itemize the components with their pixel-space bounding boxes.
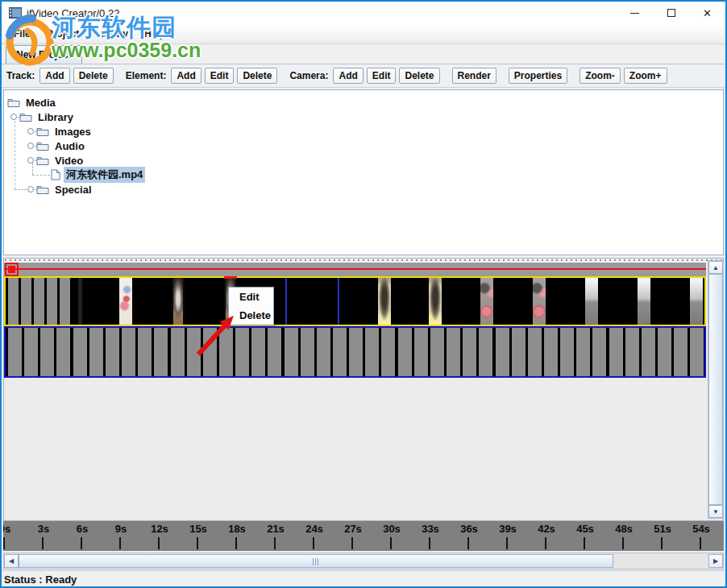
- media-tree-panel: MediaLibraryImagesAudioVideo河东软件园.mp4Spe…: [3, 89, 724, 255]
- maximize-button[interactable]: [653, 2, 689, 24]
- ruler-tick-mark: [545, 537, 546, 549]
- scroll-right-button[interactable]: ▶: [708, 554, 723, 568]
- properties-button[interactable]: Properties: [509, 68, 567, 84]
- timeline-vertical-scrollbar[interactable]: ▲ ▼: [708, 260, 724, 519]
- audio-frame-bar: [625, 328, 639, 376]
- audio-frame-bar: [138, 328, 152, 376]
- tree-expand-handle-icon[interactable]: [27, 143, 34, 149]
- camera-delete-button[interactable]: Delete: [399, 68, 439, 84]
- horizontal-scrollbar-thumb[interactable]: [19, 554, 613, 568]
- element-add-button[interactable]: Add: [171, 68, 201, 84]
- timeline-panel[interactable]: ▲ ▼: [3, 258, 724, 521]
- track-add-button[interactable]: Add: [39, 68, 69, 84]
- video-frame-thumbnail[interactable]: [378, 278, 391, 325]
- menu-item-help[interactable]: Help: [139, 26, 171, 42]
- video-frame-bar: [21, 278, 31, 325]
- minimize-button[interactable]: [617, 2, 653, 24]
- ruler-tick-mark: [506, 537, 508, 549]
- video-frame-thumbnail[interactable]: [533, 278, 546, 325]
- camera-edit-button[interactable]: Edit: [367, 68, 397, 84]
- video-frame-thumbnail[interactable]: [78, 278, 82, 325]
- toolbar-group-properties: Properties: [509, 68, 567, 84]
- audio-frame-bar: [171, 328, 185, 376]
- menu-item-library[interactable]: Library: [89, 26, 134, 42]
- tree-item-label: Video: [52, 154, 85, 168]
- ruler-time-label: 51s: [654, 523, 671, 535]
- scrollbar-grip-icon: [313, 558, 319, 565]
- timeline-horizontal-scrollbar[interactable]: ◀ ▶: [3, 553, 724, 569]
- ruler-time-label: 54s: [692, 523, 710, 535]
- tree-item-media[interactable]: Media: [4, 95, 58, 110]
- tree-item-images[interactable]: Images: [4, 124, 93, 139]
- video-track[interactable]: [4, 276, 706, 326]
- audio-frame-bar: [89, 328, 103, 376]
- video-frame-thumbnail[interactable]: [585, 278, 598, 325]
- ruler-tick-mark: [42, 537, 44, 549]
- status-bar: Status : Ready: [2, 570, 725, 586]
- render-button[interactable]: Render: [452, 68, 496, 84]
- audio-frame-bar: [251, 328, 265, 376]
- context-menu-item-edit[interactable]: Edit: [229, 288, 273, 306]
- video-frame-thumbnail[interactable]: [119, 278, 132, 325]
- folder-icon: [36, 155, 49, 165]
- playhead-marker[interactable]: [5, 263, 19, 276]
- tree-item-label: Images: [52, 125, 93, 139]
- video-frame-thumbnail[interactable]: [638, 278, 650, 325]
- app-film-icon: [9, 7, 22, 19]
- video-frame-thumbnail[interactable]: [480, 278, 493, 325]
- time-ruler: 0s3s6s9s12s15s18s21s24s27s30s33s36s39s42…: [3, 521, 724, 551]
- video-frame-thumbnail[interactable]: [172, 278, 185, 325]
- annotation-arrow: [190, 308, 242, 359]
- tab-new-project[interactable]: New Project: [6, 45, 82, 64]
- toolbar-group-camera: Camera:AddEditDelete: [289, 68, 439, 84]
- ruler-time-label: 42s: [538, 523, 555, 535]
- audio-frame-bar: [479, 328, 492, 376]
- tree-item-special[interactable]: Special: [4, 182, 94, 197]
- audio-track[interactable]: [4, 326, 706, 378]
- menu-item-project[interactable]: Project: [41, 26, 85, 42]
- tree-item-video-file[interactable]: 河东软件园.mp4: [4, 168, 145, 182]
- video-frame-thumbnail[interactable]: [285, 278, 287, 325]
- ruler-time-label: 9s: [115, 523, 127, 535]
- ruler-tick-mark: [661, 537, 663, 549]
- ruler-time-label: 12s: [151, 523, 168, 535]
- track-delete-button[interactable]: Delete: [73, 68, 114, 84]
- ruler-tick-mark: [274, 537, 276, 549]
- audio-frame-bar: [122, 328, 135, 376]
- scroll-up-button[interactable]: ▲: [708, 261, 723, 274]
- tree-expand-handle-icon[interactable]: [10, 114, 17, 120]
- scroll-left-button[interactable]: ◀: [4, 554, 19, 568]
- tree-expand-handle-icon[interactable]: [27, 157, 34, 164]
- audio-frame-bar: [8, 328, 22, 376]
- tree-expand-handle-icon[interactable]: [27, 128, 34, 135]
- zoom-out-button[interactable]: Zoom-: [580, 68, 621, 84]
- element-delete-button[interactable]: Delete: [237, 68, 277, 84]
- selected-frame-marker: [224, 276, 237, 279]
- ruler-tick-mark: [390, 537, 392, 549]
- audio-frame-bar: [496, 328, 509, 376]
- audio-frame-bar: [349, 328, 363, 376]
- timeline-header-strip[interactable]: [4, 263, 706, 276]
- menu-item-file[interactable]: File: [8, 26, 36, 42]
- element-edit-button[interactable]: Edit: [205, 68, 235, 84]
- tree-item-audio[interactable]: Audio: [4, 139, 87, 153]
- audio-frame-bar: [301, 328, 314, 376]
- zoom-in-button[interactable]: Zoom+: [624, 68, 667, 84]
- tree-expand-handle-icon[interactable]: [27, 186, 34, 193]
- toolbar-group-zoom: Zoom-Zoom+: [580, 68, 667, 84]
- scroll-down-button[interactable]: ▼: [708, 505, 723, 518]
- tree-item-library[interactable]: Library: [4, 110, 76, 124]
- toolbar-group-element: Element:AddEditDelete: [126, 68, 278, 84]
- video-frame-thumbnail[interactable]: [338, 278, 339, 325]
- video-frame-thumbnail[interactable]: [429, 278, 442, 325]
- tree-item-video[interactable]: Video: [4, 153, 85, 168]
- video-frame-thumbnail[interactable]: [690, 278, 703, 325]
- ruler-tick-mark: [3, 537, 5, 549]
- ruler-tick-mark: [467, 537, 469, 549]
- ruler-time-label: 24s: [305, 523, 323, 535]
- ruler-tick-mark: [429, 537, 430, 549]
- camera-add-button[interactable]: Add: [333, 68, 363, 84]
- minimize-icon: [630, 13, 639, 14]
- close-button[interactable]: ✕: [689, 2, 725, 24]
- vertical-scrollbar-thumb[interactable]: [708, 274, 723, 505]
